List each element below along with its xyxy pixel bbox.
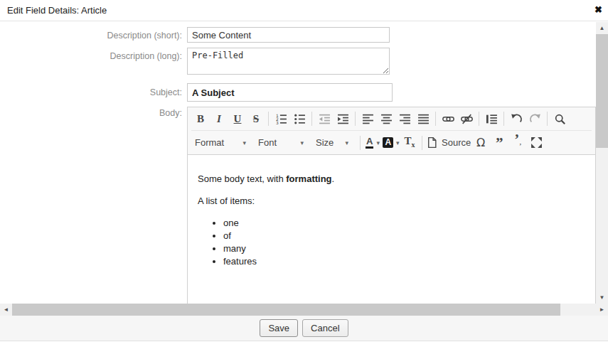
list-item: features [223, 256, 585, 267]
arrow-right-icon: ► [599, 306, 605, 313]
outdent-button [316, 110, 333, 127]
desc-long-textarea[interactable]: Pre-Filled [187, 48, 390, 75]
link-button[interactable] [439, 110, 457, 127]
remove-format-icon: Tx [404, 132, 415, 154]
toolbar-row-1: BIUS123 [191, 107, 592, 131]
desc-short-input[interactable] [187, 27, 390, 43]
arrow-up-icon: ▲ [599, 25, 605, 31]
format-dropdown[interactable]: Format▾ [192, 134, 249, 151]
background-color-button[interactable]: A▾ [383, 134, 400, 151]
subject-label: Subject: [0, 87, 182, 97]
text-color-icon: A [366, 136, 373, 149]
chevron-down-icon: ▾ [345, 139, 348, 146]
inline-quote-marks-icon: ’’ [514, 132, 521, 153]
close-icon: ✖ [594, 4, 602, 15]
font-dropdown-label: Font [258, 137, 277, 148]
format-dropdown-label: Format [195, 137, 224, 148]
inline-quote-marks-button[interactable]: ’’ [509, 134, 526, 151]
italic-icon: I [217, 110, 221, 127]
horizontal-scroll-thumb[interactable] [12, 304, 560, 316]
svg-text:3: 3 [276, 120, 279, 125]
toolbar-separator [547, 112, 548, 126]
toolbar-separator [422, 136, 422, 150]
vertical-scroll-thumb[interactable] [596, 34, 608, 148]
chevron-down-icon: ▾ [396, 139, 400, 146]
indent-button[interactable] [334, 110, 351, 127]
toolbar-separator [479, 112, 479, 126]
chevron-down-icon: ▾ [242, 139, 246, 146]
editor-paragraph: A list of items: [198, 196, 585, 206]
maximize-button[interactable] [528, 134, 545, 151]
editor-paragraph: Some body text, with formatting. [198, 173, 585, 184]
save-button[interactable]: Save [260, 319, 298, 337]
redo-icon [529, 113, 541, 125]
remove-format-button[interactable]: Tx [401, 134, 418, 151]
vertical-scrollbar[interactable]: ▲ ▼ [596, 22, 608, 304]
align-right-button[interactable] [396, 110, 413, 127]
special-character-icon: Ω [476, 134, 485, 151]
align-justify-button[interactable] [415, 110, 432, 127]
size-dropdown-label: Size [316, 137, 334, 148]
subject-input[interactable] [187, 83, 393, 102]
align-left-button[interactable] [359, 110, 376, 127]
numbered-list-button[interactable]: 123 [272, 110, 289, 127]
scroll-left-button[interactable]: ◄ [0, 304, 12, 316]
edit-field-dialog: Edit Field Details: Article ✖ Descriptio… [0, 0, 608, 364]
scroll-right-button[interactable]: ► [596, 304, 608, 316]
chevron-down-icon: ▾ [376, 139, 380, 146]
toolbar-row-2: Format▾Font▾Size▾A▾A▾TxSourceΩ”’’ [191, 131, 592, 154]
undo-icon [511, 113, 523, 125]
close-button[interactable]: ✖ [594, 4, 602, 16]
unlink-button[interactable] [458, 110, 475, 127]
editor-content[interactable]: Some body text, with formatting. A list … [188, 155, 595, 285]
undo-button[interactable] [508, 110, 525, 127]
scroll-up-button[interactable]: ▲ [596, 22, 608, 34]
editor-toolbar: BIUS123 Format▾Font▾Size▾A▾A▾TxSourceΩ”’… [188, 107, 595, 155]
indent-icon [337, 113, 349, 125]
desc-long-label: Description (long): [0, 51, 182, 61]
toolbar-separator [268, 112, 269, 126]
list-item: many [223, 243, 585, 254]
scroll-down-button[interactable]: ▼ [596, 291, 608, 304]
bold-text: formatting [286, 173, 331, 184]
toolbar-separator [355, 112, 356, 126]
maximize-icon [530, 136, 543, 149]
block-quote-marks-button[interactable]: ” [491, 134, 508, 151]
font-dropdown[interactable]: Font▾ [255, 134, 306, 151]
find-button[interactable] [551, 110, 568, 127]
redo-button [526, 110, 543, 127]
bulleted-list-button[interactable] [291, 110, 308, 127]
special-character-button[interactable]: Ω [472, 134, 489, 151]
strikethrough-button[interactable]: S [247, 110, 265, 127]
align-left-icon [362, 113, 374, 125]
toolbar-separator [435, 112, 436, 126]
source-button[interactable]: Source [426, 134, 471, 151]
paragraph-text: . [332, 173, 335, 184]
bold-icon: B [197, 110, 204, 127]
chevron-down-icon: ▾ [300, 139, 304, 146]
rich-text-editor: BIUS123 Format▾Font▾Size▾A▾A▾TxSourceΩ”’… [187, 107, 596, 304]
align-center-button[interactable] [378, 110, 395, 127]
dialog-title: Edit Field Details: Article [7, 5, 107, 16]
body-label: Body: [0, 108, 182, 118]
bold-button[interactable]: B [192, 110, 209, 127]
unlink-icon [461, 113, 473, 125]
horizontal-scrollbar[interactable]: ◄ ► [0, 304, 608, 316]
editor-bullet-list: oneofmanyfeatures [198, 218, 585, 267]
text-color-button[interactable]: A▾ [364, 134, 381, 151]
italic-button[interactable]: I [210, 110, 228, 127]
underline-button[interactable]: U [229, 110, 246, 127]
blockquote-icon [486, 113, 498, 125]
toolbar-separator [360, 136, 361, 150]
outdent-icon [319, 113, 331, 125]
blockquote-button[interactable] [483, 110, 500, 127]
link-icon [442, 113, 454, 125]
arrow-down-icon: ▼ [599, 294, 605, 301]
source-button-label: Source [442, 137, 471, 148]
dialog-header: Edit Field Details: Article ✖ [0, 0, 608, 21]
numbered-list-icon: 123 [275, 113, 287, 125]
list-item: of [223, 230, 585, 241]
align-justify-icon [417, 113, 430, 125]
size-dropdown[interactable]: Size▾ [313, 134, 351, 151]
cancel-button[interactable]: Cancel [302, 319, 348, 337]
